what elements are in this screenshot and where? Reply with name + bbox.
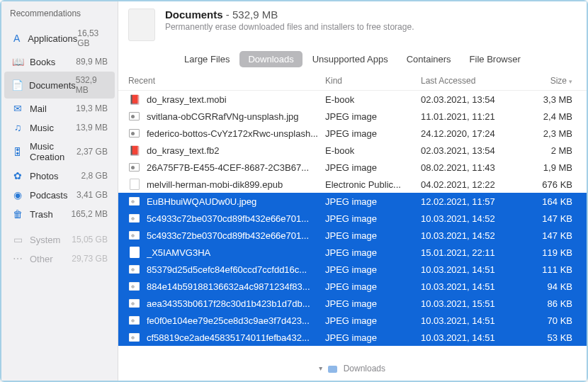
file-size: 94 KB [527, 281, 577, 292]
table-row[interactable]: 📕do_krasy_text.fb2E-book02.03.2021, 13:5… [118, 142, 587, 159]
chevron-icon: ▸ [317, 367, 325, 371]
file-kind: JPEG image [325, 162, 421, 173]
table-row[interactable]: svitlana-obCGRRafVNg-unsplash.jpgJPEG im… [118, 108, 587, 125]
image-file-icon [128, 263, 141, 276]
column-header-kind[interactable]: Kind [325, 76, 421, 86]
sidebar-item-icon: 🗑 [11, 208, 24, 220]
file-size: 1,9 MB [527, 162, 577, 173]
table-row[interactable]: fe0f0e104ee79e25ce8d3c9ae3f7d423...JPEG … [118, 312, 587, 329]
storage-management-window: Recommendations AApplications16,53 GB📖Bo… [0, 0, 588, 382]
file-size: 119 KB [527, 247, 577, 258]
file-size: 2 MB [527, 145, 577, 156]
file-name: _X5IAMVG3HA [147, 247, 325, 258]
file-kind: Electronic Public... [325, 179, 421, 190]
sidebar-item-size: 3,41 GB [77, 190, 108, 200]
sidebar-item-size: 2,8 GB [81, 171, 108, 181]
table-row[interactable]: _X5IAMVG3HAJPEG image15.01.2021, 22:1111… [118, 244, 587, 261]
image-file-icon [128, 161, 141, 174]
file-size: 147 KB [527, 230, 577, 241]
table-row[interactable]: 26A75F7B-E455-4CEF-8687-2C3B67...JPEG im… [118, 159, 587, 176]
tab-containers[interactable]: Containers [398, 51, 460, 67]
sidebar-item-photos[interactable]: ✿Photos2,8 GB [4, 167, 115, 185]
column-header-date[interactable]: Last Accessed [421, 76, 527, 86]
file-size: 111 KB [527, 264, 577, 275]
file-kind: JPEG image [325, 213, 421, 224]
path-segment[interactable]: Downloads [344, 364, 385, 373]
sidebar-item-icon: 🎛 [11, 146, 24, 157]
table-row[interactable]: aea34353b0617f28c30d1b423b1d7db...JPEG i… [118, 295, 587, 312]
table-row[interactable]: cf58819ce2ade45835174011fefba432...JPEG … [118, 329, 587, 346]
file-size: 2,4 MB [527, 111, 577, 122]
file-date: 02.03.2021, 13:54 [421, 94, 527, 105]
ebook-file-icon: 📕 [128, 144, 141, 157]
sidebar-item-label: Music [30, 123, 76, 133]
file-kind: JPEG image [325, 128, 421, 139]
sidebar-item-label: Other [30, 254, 72, 264]
document-file-icon [128, 246, 141, 259]
file-kind: JPEG image [325, 315, 421, 326]
sidebar-item-size: 165,2 MB [72, 209, 108, 219]
sidebar-item-label: System [30, 235, 72, 245]
file-size: 86 KB [527, 298, 577, 309]
column-header-size[interactable]: Size▾ [527, 76, 577, 86]
table-row[interactable]: 5c4933c72be0370cd89fb432e66e701...JPEG i… [118, 210, 587, 227]
sidebar-item-size: 15,05 GB [72, 235, 108, 245]
table-row[interactable]: 📕do_krasy_text.mobiE-book02.03.2021, 13:… [118, 91, 587, 108]
sidebar-item-books[interactable]: 📖Books89,9 MB [4, 52, 115, 71]
file-date: 02.03.2021, 13:54 [421, 145, 527, 156]
file-kind: JPEG image [325, 111, 421, 122]
table-row[interactable]: EuBHbuiWQAUDw0U.jpegJPEG image12.02.2021… [118, 193, 587, 210]
file-name: do_krasy_text.fb2 [147, 145, 325, 156]
image-file-icon [128, 229, 141, 242]
image-file-icon [128, 280, 141, 293]
table-row[interactable]: melvill-herman-mobi-dik899.epubElectroni… [118, 176, 587, 193]
sidebar-item-documents[interactable]: 📄Documents532,9 MB [4, 72, 115, 99]
sidebar-item-mail[interactable]: ✉Mail19,3 MB [4, 99, 115, 118]
table-row[interactable]: 884e14b59188136632a4c9871234f83...JPEG i… [118, 278, 587, 295]
sidebar-item-other: ⋯Other29,73 GB [4, 249, 115, 268]
file-name: 85379d25d5cefc84ef60ccd7ccfdd16c... [147, 264, 325, 275]
sidebar-item-trash[interactable]: 🗑Trash165,2 MB [4, 205, 115, 223]
sidebar-item-size: 29,73 GB [72, 254, 108, 264]
file-date: 10.03.2021, 14:51 [421, 264, 527, 275]
tab-large-files[interactable]: Large Files [176, 51, 238, 67]
tab-file-browser[interactable]: File Browser [461, 51, 529, 67]
table-row[interactable]: 85379d25d5cefc84ef60ccd7ccfdd16c...JPEG … [118, 261, 587, 278]
file-name: do_krasy_text.mobi [147, 94, 325, 105]
file-size: 2,3 MB [527, 128, 577, 139]
column-header-name[interactable]: Recent [128, 76, 325, 86]
sidebar-item-label: Podcasts [30, 190, 77, 201]
sidebar-item-music[interactable]: ♫Music13,9 MB [4, 118, 115, 137]
file-kind: JPEG image [325, 264, 421, 275]
sidebar-item-icon: ⋯ [11, 253, 24, 264]
tab-downloads[interactable]: Downloads [239, 51, 302, 67]
file-list: 📕do_krasy_text.mobiE-book02.03.2021, 13:… [118, 91, 587, 359]
file-date: 15.01.2021, 22:11 [421, 247, 527, 258]
table-row[interactable]: 5c4933c72be0370cd89fb432e66e701...JPEG i… [118, 227, 587, 244]
sidebar-item-icon: ▭ [11, 234, 24, 245]
file-date: 24.12.2020, 17:24 [421, 128, 527, 139]
file-date: 10.03.2021, 15:51 [421, 298, 527, 309]
file-date: 10.03.2021, 14:52 [421, 230, 527, 241]
image-file-icon [128, 195, 141, 208]
sidebar-item-podcasts[interactable]: ◉Podcasts3,41 GB [4, 186, 115, 204]
sidebar-item-size: 16,53 GB [77, 28, 108, 48]
file-date: 10.03.2021, 14:52 [421, 213, 527, 224]
tab-unsupported-apps[interactable]: Unsupported Apps [304, 51, 397, 67]
sidebar-item-label: Trash [30, 209, 72, 220]
file-kind: E-book [325, 94, 421, 105]
sidebar-item-icon: ◉ [11, 189, 24, 201]
file-name: fe0f0e104ee79e25ce8d3c9ae3f7d423... [147, 315, 325, 326]
document-file-icon [128, 178, 141, 191]
file-date: 04.02.2021, 12:22 [421, 179, 527, 190]
sidebar-item-label: Music Creation [30, 141, 77, 162]
sidebar-item-applications[interactable]: AApplications16,53 GB [4, 25, 115, 52]
file-name: 5c4933c72be0370cd89fb432e66e701... [147, 230, 325, 241]
file-name: 26A75F7B-E455-4CEF-8687-2C3B67... [147, 162, 325, 173]
table-row[interactable]: federico-bottos-CvYz172xRwc-unsplash...J… [118, 125, 587, 142]
sidebar-item-music-creation[interactable]: 🎛Music Creation2,37 GB [4, 137, 115, 166]
file-date: 10.03.2021, 14:51 [421, 281, 527, 292]
sidebar-item-label: Photos [30, 171, 81, 181]
sidebar-section-title: Recommendations [1, 4, 118, 24]
sidebar-item-size: 13,9 MB [76, 123, 108, 133]
